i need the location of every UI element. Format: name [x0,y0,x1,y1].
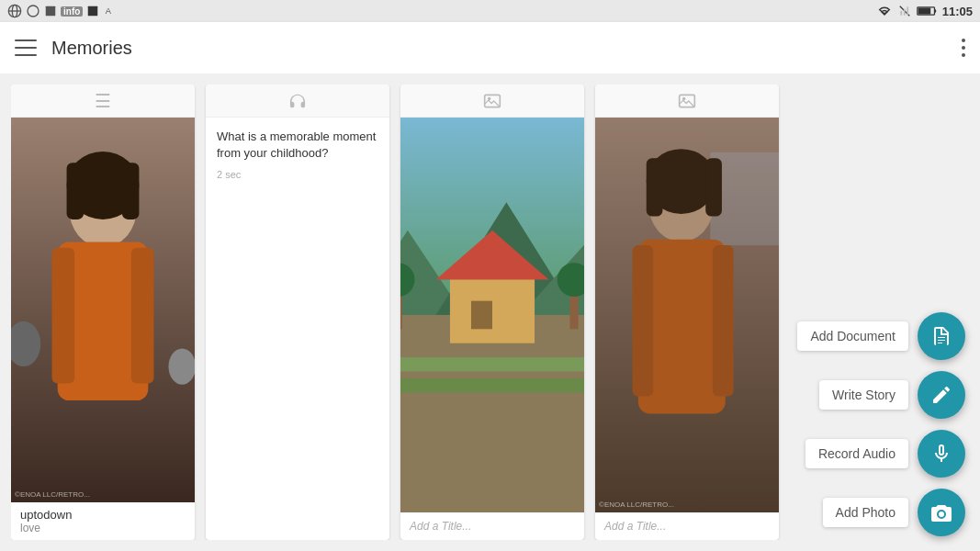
svg-rect-39 [400,378,584,392]
card-3-header [400,84,584,118]
text-icon: ☰ [95,90,111,112]
card-4-header [595,84,779,118]
memory-card-3[interactable]: Add a Title... [400,84,584,540]
info-badge: info [61,6,83,17]
headphone-icon [287,93,308,109]
memory-card-2[interactable]: What is a memorable moment from your chi… [206,84,389,540]
card-4-add-title: Add a Title... [595,512,779,540]
fab-area: Add Document Write Story Record Audio [797,312,965,536]
hamburger-button[interactable] [15,39,37,56]
svg-rect-21 [122,163,139,219]
svg-rect-13 [918,8,930,15]
svg-rect-18 [131,248,154,384]
fab-item-record-audio: Record Audio [805,430,965,478]
document-icon [930,325,952,347]
card-2-time: 2 sec [217,169,378,180]
app-bar: Memories [0,22,980,73]
main-content: ☰ [0,73,980,551]
write-story-label: Write Story [819,380,908,410]
square2-icon [86,5,99,17]
record-audio-label: Record Audio [805,439,908,468]
svg-rect-17 [52,248,75,384]
svg-point-25 [488,96,490,99]
svg-rect-38 [400,357,584,371]
game-screenshot [400,118,584,512]
record-audio-button[interactable] [918,430,965,478]
card-1-footer: uptodown love [11,502,195,540]
memory-card-4[interactable]: ©ENOA LLC/RETRO... Add a Title... [595,84,779,540]
svg-rect-30 [400,315,584,512]
svg-text:A: A [106,6,112,16]
anime-character-2 [595,118,779,512]
battery-icon [917,6,937,17]
add-document-label: Add Document [797,321,908,351]
svg-rect-12 [934,9,936,12]
time-display: 11:05 [942,5,973,18]
card-2-header [206,84,389,118]
svg-rect-10 [907,6,908,15]
card-3-add-title: Add a Title... [400,512,584,540]
more-options-button[interactable] [962,39,965,57]
card-1-header: ☰ [11,84,195,118]
signal-icon [898,5,911,17]
square-icon [44,5,57,17]
status-bar-right: 11:05 [876,5,973,18]
svg-rect-20 [67,163,84,219]
globe-icon [7,4,22,18]
card-1-title: uptodown [20,508,186,522]
card-1-watermark: ©ENOA LLC/RETRO... [15,490,90,499]
fab-item-add-photo: Add Photo [823,489,965,536]
add-photo-label: Add Photo [823,498,908,527]
status-bar: info A 11:05 [0,0,980,22]
svg-point-23 [168,348,195,384]
svg-rect-4 [46,6,56,17]
app-title: Memories [51,38,962,59]
wifi-icon [876,5,893,17]
circle-icon [26,4,40,18]
image-icon-3 [483,93,501,109]
card-2-question: What is a memorable moment from your chi… [217,129,378,162]
write-story-button[interactable] [918,371,965,419]
status-bar-left: info A [7,4,118,18]
card-1-image: ©ENOA LLC/RETRO... [11,118,195,502]
svg-point-3 [28,6,39,17]
fab-item-add-document: Add Document [797,312,965,360]
write-icon [930,384,952,406]
image-icon-4 [678,93,696,109]
svg-rect-8 [900,11,902,16]
svg-rect-5 [88,6,98,17]
card-2-content: What is a memorable moment from your chi… [206,118,389,540]
mic-icon [930,443,952,465]
svg-point-41 [682,96,685,99]
add-photo-button[interactable] [918,489,965,536]
anime-character-1 [11,118,195,502]
card-4-image: ©ENOA LLC/RETRO... [595,118,779,512]
card-3-image [400,118,584,512]
svg-rect-51 [595,118,779,512]
fab-item-write-story: Write Story [819,371,965,419]
a-icon: A [103,4,118,18]
photo-icon [930,501,952,523]
svg-rect-33 [471,301,492,330]
memory-card-1[interactable]: ☰ [11,84,195,540]
card-4-watermark: ©ENOA LLC/RETRO... [599,500,674,509]
svg-rect-9 [904,9,906,16]
add-document-button[interactable] [918,312,965,360]
card-1-subtitle: love [20,522,186,534]
